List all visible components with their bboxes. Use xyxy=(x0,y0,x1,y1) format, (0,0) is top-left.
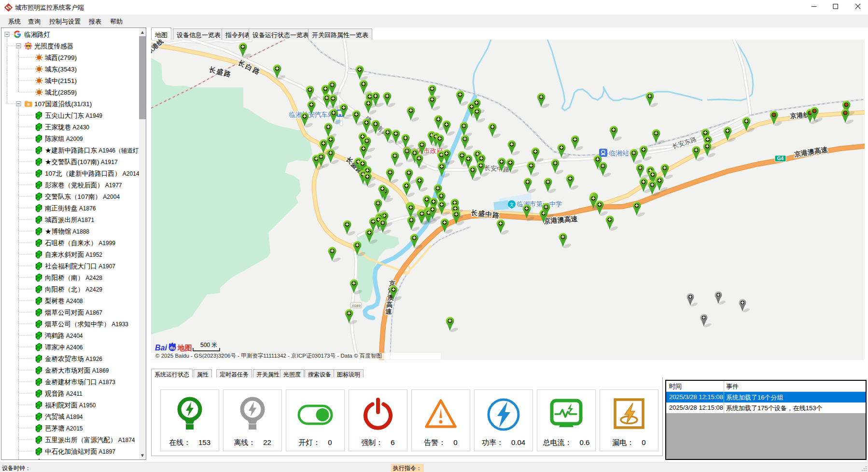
svg-text:★博物馆 A1888: ★博物馆 A1888 xyxy=(45,228,89,235)
svg-text:汽贸城 A1894: 汽贸城 A1894 xyxy=(45,413,83,420)
svg-text:城西派出所A1871: 城西派出所A1871 xyxy=(44,216,95,223)
svg-text:谭家冲 A2406: 谭家冲 A2406 xyxy=(45,344,83,351)
svg-text:陈家组 A2009: 陈家组 A2009 xyxy=(45,135,83,142)
svg-text:G4: G4 xyxy=(777,156,784,161)
svg-text:社会福利院大门口 A1907: 社会福利院大门口 A1907 xyxy=(45,263,115,270)
svg-text:福利院对面 A1950: 福利院对面 A1950 xyxy=(45,402,96,409)
svg-text:高: 高 xyxy=(386,301,393,308)
svg-text:城北(2859): 城北(2859) xyxy=(44,89,77,96)
svg-text:★建新中路路口东 A1946（辅道灯）: ★建新中路路口东 A1946（辅道灯） xyxy=(45,147,140,154)
svg-text:鸿鹤路 A2404: 鸿鹤路 A2404 xyxy=(45,332,83,339)
svg-text:© 2025 Baidu - GS(2023)3206号 -: © 2025 Baidu - GS(2023)3206号 - 甲测资字11111… xyxy=(155,353,382,359)
svg-text:城东(3543): 城东(3543) xyxy=(44,66,77,73)
svg-text:X089: X089 xyxy=(351,304,361,308)
svg-text:文: 文 xyxy=(510,202,514,207)
svg-text:石咀桥（自来水） A1999: 石咀桥（自来水） A1999 xyxy=(45,239,115,247)
svg-text:自来水斜对面 A1952: 自来水斜对面 A1952 xyxy=(45,251,102,258)
svg-text:临湘站: 临湘站 xyxy=(609,149,629,157)
svg-text:500 米: 500 米 xyxy=(200,342,217,348)
svg-text:金桥农贸市场 A1926: 金桥农贸市场 A1926 xyxy=(45,355,102,362)
svg-text:du: du xyxy=(170,346,175,350)
svg-text:五尖山大门东 A1949: 五尖山大门东 A1949 xyxy=(45,112,102,119)
svg-text:梨树巷 A2408: 梨树巷 A2408 xyxy=(45,297,83,305)
svg-text:城中(2151): 城中(2151) xyxy=(44,77,77,84)
svg-text:城西(2799): 城西(2799) xyxy=(44,54,77,61)
svg-text:向阳桥（北） A2429: 向阳桥（北） A2429 xyxy=(45,286,102,293)
svg-text:光照度传感器: 光照度传感器 xyxy=(34,42,73,50)
svg-text:芭茅塘 A2015: 芭茅塘 A2015 xyxy=(45,425,83,432)
svg-text:南正街转盘 A1876: 南正街转盘 A1876 xyxy=(45,205,96,212)
svg-text:107北（建新中路路口西） A2014: 107北（建新中路路口西） A2014 xyxy=(45,170,140,177)
svg-text:★交警队西(107南) A1917: ★交警队西(107南) A1917 xyxy=(45,158,118,166)
svg-text:交警队东（107南） A2004: 交警队东（107南） A2004 xyxy=(45,193,120,200)
svg-text:向阳桥（南） A2428: 向阳桥（南） A2428 xyxy=(45,274,102,281)
svg-text:临湘路灯: 临湘路灯 xyxy=(24,31,50,38)
svg-text:烟草公司对面 A1867: 烟草公司对面 A1867 xyxy=(44,309,102,316)
svg-text:金桥大市场对面 A1869: 金桥大市场对面 A1869 xyxy=(45,367,109,374)
svg-text:观音路 A2411: 观音路 A2411 xyxy=(45,390,83,397)
svg-text:烟草公司（求知中学） A1933: 烟草公司（求知中学） A1933 xyxy=(44,320,128,328)
svg-text:五里派出所（富源汽配） A1874: 五里派出所（富源汽配） A1874 xyxy=(45,436,135,444)
svg-text:Bai: Bai xyxy=(155,344,167,352)
svg-text:速: 速 xyxy=(385,308,392,315)
svg-text:地图: 地图 xyxy=(177,344,192,352)
svg-text:金桥建材市场门口 A1873: 金桥建材市场门口 A1873 xyxy=(45,378,115,386)
svg-text:彭家巷（党校后面） A1977: 彭家巷（党校后面） A1977 xyxy=(45,181,122,189)
svg-text:中石化加油站对面 A1897: 中石化加油站对面 A1897 xyxy=(45,448,115,455)
svg-text:王家珑巷 A2430: 王家珑巷 A2430 xyxy=(45,124,89,131)
svg-text:107国道沿线(31/31): 107国道沿线(31/31) xyxy=(34,100,92,108)
